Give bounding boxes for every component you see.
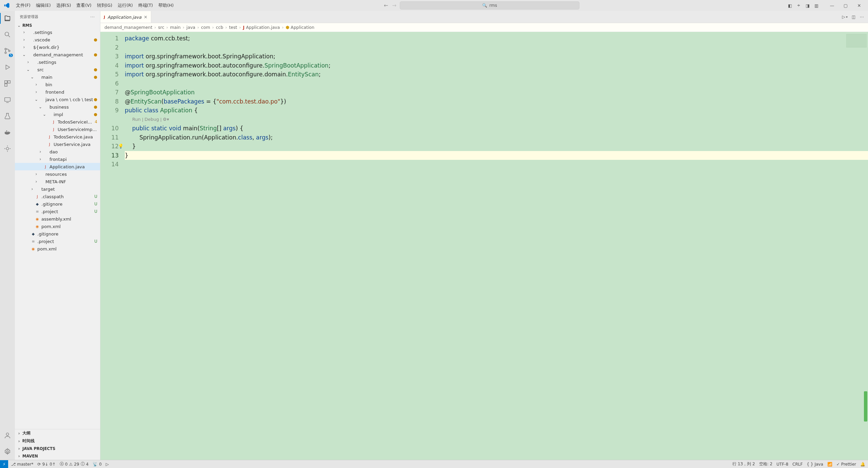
activity-explorer-icon[interactable] [3, 14, 12, 23]
tree-item[interactable]: ›META-INF [15, 178, 100, 185]
status-branch[interactable]: ⎇ master* [11, 462, 33, 467]
tree-item[interactable]: ◉assembly.xml [15, 215, 100, 223]
sidebar-root[interactable]: ⌄RMS [15, 22, 100, 29]
tree-item[interactable]: ≡.projectU [15, 208, 100, 215]
code-content[interactable]: package com.ccb.test; import org.springf… [123, 32, 868, 460]
editor-more-icon[interactable]: ⋯ [860, 14, 864, 19]
menu-goto[interactable]: 转到(G) [95, 1, 115, 10]
status-ports[interactable]: 📡 0 [93, 462, 102, 467]
tree-item[interactable]: ›bin [15, 81, 100, 88]
editor-tab[interactable]: J Application.java ✕ [100, 11, 151, 23]
customize-layout-icon[interactable]: ▥ [814, 3, 819, 8]
menu-run[interactable]: 运行(R) [115, 1, 135, 10]
breadcrumb-item[interactable]: ccb [216, 25, 223, 30]
layout-sidebar-left-icon[interactable]: ◧ [787, 3, 793, 8]
status-lang[interactable]: { } Java [807, 462, 823, 467]
tree-item[interactable]: ›frontapi [15, 155, 100, 163]
tree-item[interactable]: JApplication.java [15, 163, 100, 170]
status-encoding[interactable]: UTF-8 [776, 462, 788, 467]
section-java-projects[interactable]: ›JAVA PROJECTS [15, 445, 100, 452]
window-minimize[interactable]: — [825, 0, 839, 11]
breadcrumb-item[interactable]: demand_management [104, 25, 152, 30]
window-close[interactable]: ✕ [852, 0, 866, 11]
tree-item[interactable]: ⌄src● [15, 66, 100, 73]
status-problems[interactable]: ⓧ 0 ⚠ 29 ⓘ 4 [60, 461, 88, 467]
command-center[interactable]: 🔍 rms [400, 1, 579, 10]
status-live[interactable]: 📶 [827, 462, 832, 467]
breadcrumb-item[interactable]: ⬢ Application [285, 25, 314, 30]
tree-item[interactable]: JUserServiceImpl.java [15, 126, 100, 133]
layout-panel-icon[interactable]: ⫩ [796, 3, 802, 8]
section-outline[interactable]: ›大纲 [15, 429, 100, 437]
activity-debug-icon[interactable] [3, 62, 12, 72]
tree-item[interactable]: ◆.gitignoreU [15, 200, 100, 208]
tree-item[interactable]: ⌄business● [15, 103, 100, 111]
close-tab-icon[interactable]: ✕ [144, 15, 147, 20]
status-bell-icon[interactable]: 🔔 [860, 462, 865, 467]
tree-item[interactable]: ⌄java \ com \ ccb \ test● [15, 96, 100, 103]
breadcrumb[interactable]: demand_management›src›main›java›com›ccb›… [100, 23, 868, 32]
menu-select[interactable]: 选择(S) [54, 1, 74, 10]
activity-scm-icon[interactable]: 5 [3, 46, 12, 56]
tree-item[interactable]: JTodosServiceImpl.java4 [15, 118, 100, 126]
split-editor-icon[interactable]: ◫ [852, 14, 856, 19]
tree-item[interactable]: ⌄impl● [15, 111, 100, 118]
activity-testing-icon[interactable] [3, 111, 12, 121]
sidebar-more-icon[interactable]: ⋯ [90, 14, 95, 19]
tree-item[interactable]: ◆.gitignore [15, 230, 100, 238]
tree-item[interactable]: ›.vscode● [15, 36, 100, 43]
status-cursor[interactable]: 行 13，列 2 [732, 461, 755, 467]
remote-indicator[interactable]: ⚡ [0, 460, 8, 468]
window-maximize[interactable]: ▢ [839, 0, 852, 11]
lightbulb-icon[interactable]: 💡 [118, 142, 123, 151]
tree-item[interactable]: ›target [15, 185, 100, 193]
section-timeline[interactable]: ›时间线 [15, 437, 100, 445]
tree-item[interactable]: JUserService.java [15, 141, 100, 148]
activity-account-icon[interactable] [3, 431, 12, 440]
tree-item[interactable]: JTodosService.java [15, 133, 100, 141]
status-prettier[interactable]: ✓ Prettier [836, 462, 856, 467]
section-maven[interactable]: ›MAVEN [15, 452, 100, 460]
menu-terminal[interactable]: 终端(T) [136, 1, 155, 10]
status-sync[interactable]: ⟳ 9↓ 0↑ [38, 462, 56, 467]
tree-item[interactable]: ›.settings [15, 29, 100, 36]
breadcrumb-item[interactable]: java [186, 25, 195, 30]
tree-item[interactable]: ›dao [15, 148, 100, 155]
code-lens[interactable]: Run | Debug | ⚙▾ [125, 115, 868, 124]
breadcrumb-item[interactable]: test [229, 25, 237, 30]
tree-item[interactable]: ◉pom.xml [15, 245, 100, 252]
breadcrumb-item[interactable]: src [158, 25, 164, 30]
tree-item[interactable]: ⌄demand_management● [15, 51, 100, 58]
status-eol[interactable]: CRLF [792, 462, 803, 467]
breadcrumb-item[interactable]: main [170, 25, 181, 30]
breadcrumb-item[interactable]: com [201, 25, 210, 30]
status-debug[interactable]: ▷ [106, 462, 109, 467]
activity-extensions-icon[interactable] [3, 79, 12, 88]
activity-search-icon[interactable] [3, 30, 12, 39]
nav-back-icon[interactable]: ← [384, 2, 388, 8]
nav-forward-icon[interactable]: → [392, 2, 397, 8]
tree-item[interactable]: ›frontend [15, 88, 100, 96]
activity-gitlens-icon[interactable] [3, 144, 12, 153]
tree-item[interactable]: ›resources [15, 170, 100, 178]
status-spaces[interactable]: 空格: 2 [759, 461, 773, 467]
activity-settings-icon[interactable] [3, 447, 12, 456]
breadcrumb-item[interactable]: J Application.java [243, 25, 280, 30]
menu-edit[interactable]: 编辑(E) [34, 1, 53, 10]
tree-item[interactable]: ≡.projectU [15, 238, 100, 245]
tree-item[interactable]: ⌄main● [15, 73, 100, 81]
activity-docker-icon[interactable] [3, 128, 12, 137]
activity-remote-icon[interactable] [3, 95, 12, 105]
run-icon[interactable]: ▷ [842, 14, 846, 19]
menu-view[interactable]: 查看(V) [74, 1, 94, 10]
menu-help[interactable]: 帮助(H) [156, 1, 176, 10]
tree-item[interactable]: ›.settings [15, 58, 100, 66]
menu-file[interactable]: 文件(F) [14, 1, 33, 10]
svg-point-13 [6, 433, 8, 435]
tree-item[interactable]: ›${work.dir} [15, 43, 100, 51]
code-editor[interactable]: 1234567891011121314 package com.ccb.test… [100, 32, 868, 460]
vertical-scrollbar[interactable] [863, 32, 868, 460]
layout-sidebar-right-icon[interactable]: ◨ [805, 3, 810, 8]
tree-item[interactable]: J.classpathU [15, 193, 100, 200]
tree-item[interactable]: ◉pom.xml [15, 223, 100, 230]
